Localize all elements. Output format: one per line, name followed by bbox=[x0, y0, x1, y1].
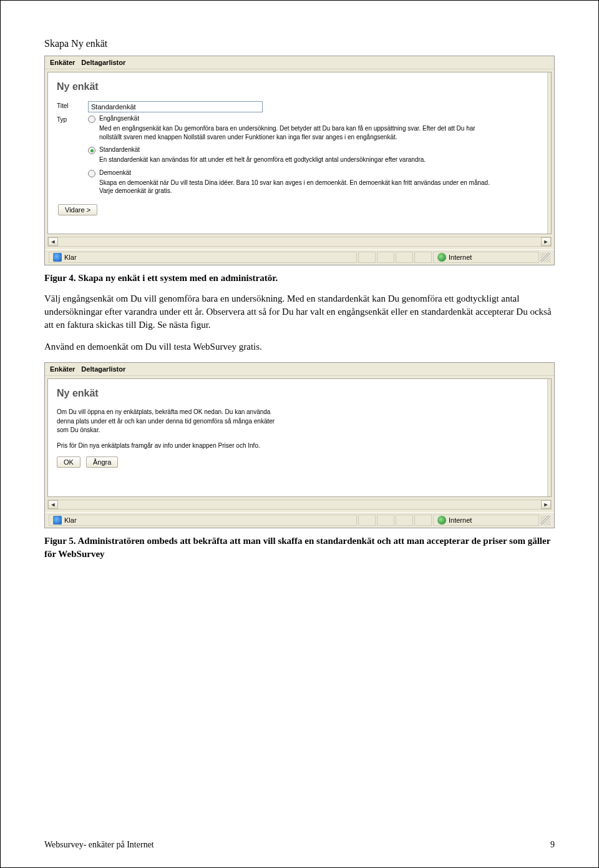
radio-icon bbox=[88, 147, 95, 154]
radio-engangsenkat[interactable]: Engångsenkät bbox=[88, 115, 542, 123]
scroll-right-icon[interactable]: ► bbox=[541, 500, 551, 509]
heading-ny-enkat: Ny enkät bbox=[57, 81, 542, 92]
figure5-caption: Figur 5. Administratören ombeds att bekr… bbox=[44, 535, 555, 561]
desc-demoenkat: Skapa en demoenkät när Du vill testa Din… bbox=[99, 179, 499, 195]
internet-zone-icon bbox=[437, 516, 446, 525]
internet-zone-icon bbox=[437, 253, 446, 262]
figure4-caption: Figur 4. Skapa ny enkät i ett system med… bbox=[44, 272, 555, 285]
label-titel: Titel bbox=[57, 101, 88, 109]
status-bar: Klar Internet bbox=[45, 512, 554, 528]
horizontal-scrollbar[interactable]: ◄ ► bbox=[47, 500, 552, 510]
menu-enkater[interactable]: Enkäter bbox=[50, 59, 75, 66]
body-paragraph-2: Använd en demoenkät om Du vill testa Web… bbox=[44, 340, 555, 353]
vidare-button[interactable]: Vidare > bbox=[58, 204, 97, 215]
frame-edge bbox=[547, 72, 551, 234]
radio-label: Demoenkät bbox=[99, 169, 131, 176]
radio-icon bbox=[88, 170, 95, 177]
footer-page-number: 9 bbox=[550, 840, 555, 850]
desc-engangsenkat: Med en engångsenkät kan Du gemonföra bar… bbox=[99, 124, 499, 141]
body-paragraph-1: Välj engångsenkät om Du vill genomföra b… bbox=[44, 292, 555, 332]
desc-standardenkat: En standardenkät kan användas för att un… bbox=[99, 155, 499, 164]
screenshot-confirm-survey: Enkäter Deltagarlistor Ny enkät Om Du vi… bbox=[44, 362, 555, 528]
menu-deltagarlistor[interactable]: Deltagarlistor bbox=[81, 365, 125, 373]
ie-page-icon bbox=[53, 253, 62, 262]
scroll-left-icon[interactable]: ◄ bbox=[48, 237, 58, 246]
radio-standardenkat[interactable]: Standardenkät bbox=[88, 146, 542, 154]
ie-page-icon bbox=[53, 516, 62, 525]
scroll-right-icon[interactable]: ► bbox=[541, 237, 551, 246]
radio-demoenkat[interactable]: Demoenkät bbox=[88, 169, 542, 177]
horizontal-scrollbar[interactable]: ◄ ► bbox=[47, 237, 552, 247]
screenshot-create-survey: Enkäter Deltagarlistor Ny enkät Titel Ty… bbox=[44, 56, 555, 265]
menubar: Enkäter Deltagarlistor bbox=[45, 56, 554, 69]
label-typ: Typ bbox=[57, 115, 88, 123]
frame-edge bbox=[547, 379, 551, 496]
menubar: Enkäter Deltagarlistor bbox=[45, 363, 554, 376]
status-bar: Klar Internet bbox=[45, 249, 554, 265]
angra-button[interactable]: Ångra bbox=[86, 456, 118, 468]
confirm-text-2: Pris för Din nya enkätplats framgår av i… bbox=[57, 441, 288, 451]
confirm-text-1: Om Du vill öppna en ny enkätplats, bekrä… bbox=[57, 408, 288, 435]
input-titel[interactable] bbox=[88, 101, 263, 112]
menu-enkater[interactable]: Enkäter bbox=[50, 365, 75, 373]
ok-button[interactable]: OK bbox=[57, 456, 80, 468]
radio-label: Engångsenkät bbox=[99, 115, 139, 122]
status-internet: Internet bbox=[449, 516, 472, 524]
content-area: Ny enkät Titel Typ Engångsenkät Med en e… bbox=[47, 72, 552, 234]
content-area: Ny enkät Om Du vill öppna en ny enkätpla… bbox=[47, 378, 552, 497]
scroll-left-icon[interactable]: ◄ bbox=[48, 500, 58, 509]
heading-ny-enkat: Ny enkät bbox=[57, 388, 542, 399]
radio-icon bbox=[88, 116, 95, 123]
footer-left: Websurvey- enkäter på Internet bbox=[44, 840, 154, 850]
radio-label: Standardenkät bbox=[99, 146, 140, 153]
page-footer: Websurvey- enkäter på Internet 9 bbox=[44, 840, 555, 850]
status-internet: Internet bbox=[449, 254, 472, 261]
resize-grip-icon[interactable] bbox=[540, 515, 550, 525]
resize-grip-icon[interactable] bbox=[540, 252, 550, 262]
menu-deltagarlistor[interactable]: Deltagarlistor bbox=[81, 59, 125, 66]
status-klar: Klar bbox=[64, 516, 77, 524]
page-title: Skapa Ny enkät bbox=[44, 38, 555, 49]
status-klar: Klar bbox=[64, 254, 77, 261]
